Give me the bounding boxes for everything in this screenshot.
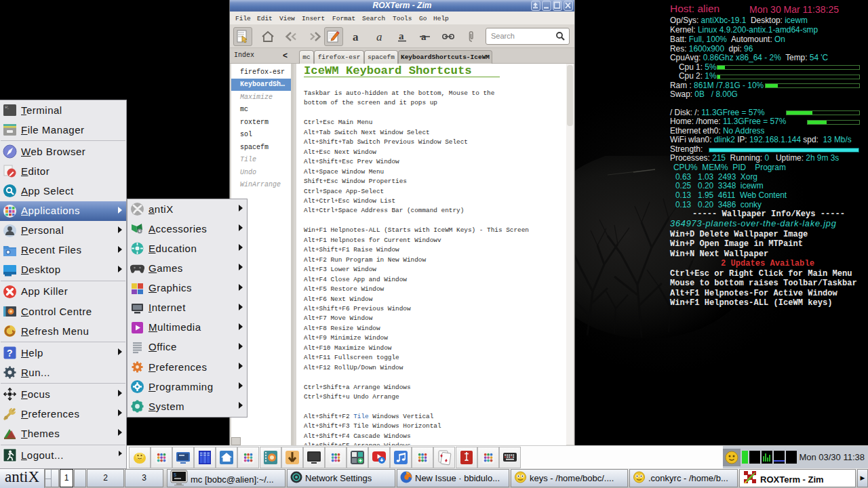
svg-text:>_: >_: [5, 106, 9, 109]
svg-text:a: a: [399, 30, 404, 41]
svg-text:?: ?: [7, 348, 13, 359]
svg-text:a: a: [376, 30, 382, 43]
svg-text:a: a: [353, 30, 359, 43]
svg-text:S: S: [174, 472, 176, 478]
